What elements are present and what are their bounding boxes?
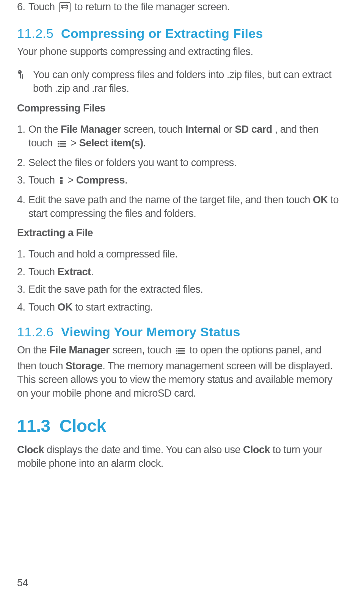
heading-113-num: 11.3 — [17, 416, 50, 436]
extract-step-4-num: 4. — [17, 300, 28, 314]
svg-rect-6 — [60, 143, 66, 144]
para-113: Clock displays the date and time. You ca… — [17, 443, 343, 471]
step-6-body: Touch to return to the file manager scre… — [28, 0, 343, 16]
text: Touch — [28, 174, 58, 186]
compress-step-3-body: Touch > Compress. — [28, 173, 343, 189]
note-1125: You can only compress files and folders … — [17, 68, 343, 96]
label-storage: Storage — [66, 360, 102, 372]
svg-rect-7 — [58, 146, 59, 147]
extract-step-3-num: 3. — [17, 282, 28, 296]
step-6-post: to return to the file manager screen. — [75, 1, 230, 13]
label-compress: Compress — [76, 174, 125, 186]
label-clock: Clock — [17, 444, 44, 455]
svg-rect-17 — [178, 353, 185, 354]
back-icon — [59, 2, 71, 16]
svg-rect-13 — [178, 348, 185, 349]
label-file-manager: File Manager — [61, 124, 121, 135]
text: > — [71, 137, 79, 149]
svg-rect-8 — [60, 146, 66, 147]
step-6: 6. Touch to return to the file manager s… — [17, 0, 343, 16]
menu-icon — [176, 345, 185, 359]
menu-icon — [57, 138, 67, 152]
svg-point-1 — [18, 70, 22, 74]
step-6-pre: Touch — [28, 1, 58, 13]
label-ok: OK — [313, 194, 328, 206]
compress-step-4-body: Edit the save path and the name of the t… — [28, 193, 343, 221]
heading-1125: 11.2.5 Compressing or Extracting Files — [17, 26, 343, 41]
heading-1126-title: Viewing Your Memory Status — [61, 325, 240, 339]
compress-step-4-num: 4. — [17, 193, 28, 207]
svg-rect-11 — [60, 182, 63, 184]
heading-1125-num: 11.2.5 — [17, 26, 53, 41]
heading-1126-num: 11.2.6 — [17, 325, 53, 339]
text: . — [91, 266, 94, 278]
step-6-num: 6. — [17, 0, 28, 14]
svg-rect-15 — [178, 350, 185, 351]
text: Touch — [28, 301, 58, 313]
heading-1126: 11.2.6 Viewing Your Memory Status — [17, 325, 343, 339]
text: Edit the save path and the name of the t… — [28, 194, 313, 206]
para-1126: On the File Manager screen, touch to ope… — [17, 343, 343, 400]
extract-step-3: 3. Edit the save path for the extracted … — [17, 282, 343, 296]
svg-rect-12 — [176, 348, 177, 349]
svg-rect-4 — [60, 141, 66, 142]
text: or — [223, 124, 235, 135]
extract-step-4-body: Touch OK to start extracting. — [28, 300, 343, 314]
text: screen, touch — [124, 124, 185, 135]
label-extract: Extract — [58, 266, 91, 278]
text: Touch — [28, 266, 58, 278]
compress-step-2: 2. Select the files or folders you want … — [17, 156, 343, 169]
svg-rect-10 — [60, 180, 63, 182]
label-select-items: Select item(s) — [79, 137, 143, 149]
extract-step-4: 4. Touch OK to start extracting. — [17, 300, 343, 314]
page-number: 54 — [17, 577, 28, 589]
compress-step-1-num: 1. — [17, 122, 28, 136]
label-file-manager: File Manager — [49, 344, 110, 356]
text: displays the date and time. You can also… — [47, 444, 243, 455]
compress-step-2-num: 2. — [17, 156, 28, 169]
svg-point-2 — [19, 71, 20, 72]
extract-step-1: 1. Touch and hold a compressed file. — [17, 247, 343, 261]
text: screen, touch — [112, 344, 174, 356]
text: On the — [17, 344, 49, 356]
compress-step-2-text: Select the files or folders you want to … — [28, 156, 343, 169]
heading-113-title: Clock — [60, 416, 106, 436]
extract-step-2-body: Touch Extract. — [28, 265, 343, 279]
compress-step-3-num: 3. — [17, 173, 28, 187]
text: . — [143, 137, 146, 149]
svg-rect-9 — [60, 177, 63, 179]
extract-step-2: 2. Touch Extract. — [17, 265, 343, 279]
note-1125-text: You can only compress files and folders … — [33, 68, 343, 96]
extract-step-1-num: 1. — [17, 247, 28, 261]
heading-113: 11.3 Clock — [17, 416, 343, 436]
heading-extracting: Extracting a File — [17, 227, 343, 239]
overflow-icon — [59, 175, 64, 189]
intro-1125: Your phone supports compressing and extr… — [17, 45, 343, 58]
heading-compressing: Compressing Files — [17, 102, 343, 114]
text: > — [68, 174, 76, 186]
extract-step-3-text: Edit the save path for the extracted fil… — [28, 282, 343, 296]
text: to start extracting. — [75, 301, 153, 313]
compress-step-1-body: On the File Manager screen, touch Intern… — [28, 122, 343, 152]
svg-rect-16 — [176, 353, 177, 354]
compress-step-3: 3. Touch > Compress. — [17, 173, 343, 189]
extract-step-2-num: 2. — [17, 265, 28, 279]
label-sd-card: SD card — [235, 124, 272, 135]
label-internal: Internal — [185, 124, 221, 135]
text: . — [125, 174, 127, 186]
svg-rect-5 — [58, 143, 59, 144]
svg-rect-14 — [176, 350, 177, 351]
note-icon — [17, 69, 28, 82]
compress-step-4: 4. Edit the save path and the name of th… — [17, 193, 343, 221]
extract-step-1-text: Touch and hold a compressed file. — [28, 247, 343, 261]
heading-1125-title: Compressing or Extracting Files — [61, 26, 263, 41]
label-clock: Clock — [243, 444, 270, 455]
label-ok: OK — [58, 301, 73, 313]
svg-rect-3 — [58, 141, 59, 142]
text: On the — [28, 124, 61, 135]
compress-step-1: 1. On the File Manager screen, touch Int… — [17, 122, 343, 152]
